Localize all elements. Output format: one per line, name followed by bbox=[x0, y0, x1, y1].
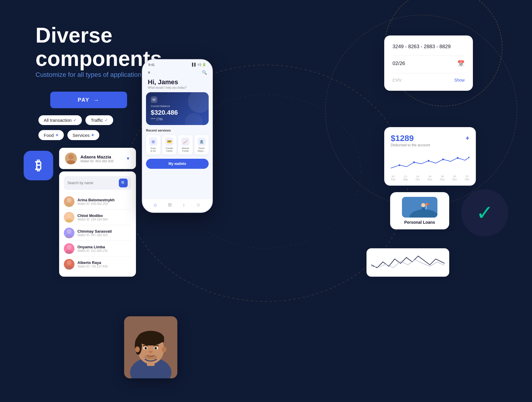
service-item-fixed[interactable]: 🏦 FixedDepo... bbox=[194, 135, 209, 155]
contact-info: Arina Belomestnykh Wallet ID: 839-582-25… bbox=[77, 198, 115, 205]
calendar-icon[interactable]: 📅 bbox=[457, 60, 465, 67]
contact-item[interactable]: Onyama Limba Wallet ID: 312-286-242 bbox=[64, 241, 131, 257]
show-cvv-button[interactable]: Show bbox=[454, 78, 465, 82]
contact-avatar bbox=[64, 212, 74, 223]
pay-arrow-icon: → bbox=[93, 97, 100, 103]
chip-food[interactable]: Food + bbox=[38, 130, 64, 140]
dropdown-name: Adaora Mazzia bbox=[80, 154, 114, 159]
search-input[interactable] bbox=[67, 181, 116, 185]
divider bbox=[392, 56, 465, 56]
check-icon: ✓ bbox=[105, 118, 108, 122]
svg-point-33 bbox=[135, 346, 140, 352]
x-label: 14Oct bbox=[416, 175, 420, 181]
contact-name: Alberto Raya bbox=[77, 260, 108, 265]
personal-loans-illustration bbox=[402, 197, 437, 218]
service-item-scan[interactable]: ⊞ Scan& Go bbox=[146, 135, 160, 155]
plus-icon: + bbox=[56, 132, 58, 138]
phone-balance-card: W Current Balance $320.486 **** 2786 bbox=[146, 92, 209, 125]
hero-title: Diverse components bbox=[35, 24, 242, 70]
card-number-field: 3249 - 8263 - 2883 - 8829 bbox=[392, 44, 465, 50]
cvv-label: CVV bbox=[392, 77, 402, 82]
mutual-label: MutualFunds bbox=[182, 147, 189, 152]
chip-label: Traffic bbox=[91, 118, 103, 123]
chips-row-2: Food + Services + bbox=[38, 130, 99, 140]
search-icon[interactable]: 🔍 bbox=[202, 70, 207, 75]
svg-point-2 bbox=[68, 154, 74, 160]
add-icon[interactable]: + bbox=[466, 134, 469, 142]
credit-card-form: 3249 - 8263 - 2883 - 8829 02/26 📅 CVV Sh… bbox=[384, 35, 473, 91]
chip-services[interactable]: Services + bbox=[67, 130, 100, 140]
phone-bottom-nav: ⌂ ⊞ ↕ ☺ bbox=[142, 199, 212, 212]
contact-info: Onyama Limba Wallet ID: 312-286-242 bbox=[77, 245, 108, 252]
search-button[interactable]: 🔍 bbox=[119, 179, 128, 187]
checkmark-icon: ✓ bbox=[476, 202, 494, 223]
menu-icon[interactable]: ≡ bbox=[148, 70, 150, 75]
greeting-text: Hi, James bbox=[148, 78, 207, 86]
service-item-credits[interactable]: 💳 CreditsCards bbox=[162, 135, 177, 155]
x-label: 18Fec bbox=[440, 175, 445, 181]
chip-label: Services bbox=[73, 133, 90, 138]
svg-point-16 bbox=[428, 160, 429, 162]
search-bar[interactable]: 🔍 bbox=[64, 176, 131, 190]
check-icon: ✓ bbox=[73, 118, 77, 122]
svg-point-22 bbox=[421, 203, 425, 207]
svg-point-42 bbox=[156, 347, 157, 348]
profile-nav-icon[interactable]: ☺ bbox=[196, 202, 201, 208]
svg-point-7 bbox=[65, 219, 73, 223]
phone-signals: ▌▌ ⊂) 🔋 bbox=[192, 63, 206, 67]
chart-card: $1289 + Disbursed to the account 10Tue 1… bbox=[384, 127, 476, 186]
chip-all-transaction[interactable]: All transaction ✓ bbox=[38, 115, 82, 125]
svg-point-44 bbox=[144, 355, 157, 359]
svg-point-5 bbox=[65, 203, 73, 207]
dropdown-wallet: Wallet ID: 453-382-825 bbox=[80, 159, 114, 163]
service-item-mutual[interactable]: 📈 MutualFunds bbox=[178, 135, 193, 155]
credits-icon: 💳 bbox=[165, 137, 173, 146]
contact-info: Chloé Modibo Wallet ID: 194-184-884 bbox=[77, 213, 108, 221]
dropdown-info: Adaora Mazzia Wallet ID: 453-382-825 bbox=[80, 154, 114, 163]
svg-rect-23 bbox=[422, 207, 425, 211]
scan-label: Scan& Go bbox=[150, 147, 156, 152]
chart-description: Disbursed to the account bbox=[391, 143, 469, 147]
contact-avatar bbox=[64, 228, 74, 238]
recent-services-title: Recent services bbox=[146, 129, 209, 132]
hero-subtitle: Customize for all types of applications bbox=[35, 71, 145, 79]
search-icon: 🔍 bbox=[121, 181, 126, 185]
svg-point-6 bbox=[67, 213, 72, 218]
home-nav-icon[interactable]: ⌂ bbox=[154, 202, 157, 208]
card-date-value: 02/26 bbox=[392, 61, 405, 67]
svg-point-9 bbox=[65, 235, 73, 238]
transfer-nav-icon[interactable]: ↕ bbox=[183, 202, 185, 208]
services-grid: ⊞ Scan& Go 💳 CreditsCards 📈 MutualFunds … bbox=[146, 135, 209, 155]
svg-point-15 bbox=[413, 161, 415, 163]
svg-rect-31 bbox=[137, 336, 164, 342]
phone-status-bar: 9:41 ▌▌ ⊂) 🔋 bbox=[142, 60, 212, 68]
stats-nav-icon[interactable]: ⊞ bbox=[168, 202, 172, 208]
svg-point-38 bbox=[146, 347, 147, 348]
plus-icon: + bbox=[91, 132, 94, 138]
chevron-down-icon: ▼ bbox=[126, 156, 130, 161]
pay-button[interactable]: PAY → bbox=[50, 92, 127, 108]
contact-item[interactable]: Chloé Modibo Wallet ID: 194-184-884 bbox=[64, 210, 131, 225]
svg-point-3 bbox=[66, 160, 76, 164]
x-label: 22Sec bbox=[465, 175, 469, 181]
svg-point-11 bbox=[65, 250, 73, 254]
chip-traffic[interactable]: Traffic ✓ bbox=[85, 115, 113, 125]
svg-point-18 bbox=[457, 157, 459, 159]
contact-info: Alberto Raya Wallet ID: 736-237-836 bbox=[77, 260, 108, 268]
wallet-dropdown[interactable]: Adaora Mazzia Wallet ID: 453-382-825 ▼ bbox=[59, 148, 136, 169]
contact-avatar bbox=[64, 243, 74, 254]
card-number-value: 3249 - 8263 - 2883 - 8829 bbox=[392, 44, 465, 50]
contact-list-card: 🔍 Arina Belomestnykh Wallet ID: 839-582-… bbox=[59, 171, 136, 277]
contact-item[interactable]: Alberto Raya Wallet ID: 736-237-836 bbox=[64, 257, 131, 272]
contact-wallet: Wallet ID: 947-382-925 bbox=[77, 234, 112, 237]
small-sparkline-chart bbox=[371, 253, 445, 271]
my-wallets-button[interactable]: My wallets bbox=[146, 159, 209, 169]
cvv-row: CVV Show bbox=[392, 77, 465, 82]
contact-item[interactable]: Chinmay Sarasvati Wallet ID: 947-382-925 bbox=[64, 225, 131, 241]
x-label: 10Tue bbox=[391, 175, 395, 181]
contact-wallet: Wallet ID: 194-184-884 bbox=[77, 218, 108, 221]
contact-item[interactable]: Arina Belomestnykh Wallet ID: 839-582-25… bbox=[64, 194, 131, 210]
contact-wallet: Wallet ID: 736-237-836 bbox=[77, 265, 108, 268]
personal-loans-card[interactable]: Personal Loans bbox=[390, 192, 449, 229]
svg-point-34 bbox=[162, 346, 166, 352]
